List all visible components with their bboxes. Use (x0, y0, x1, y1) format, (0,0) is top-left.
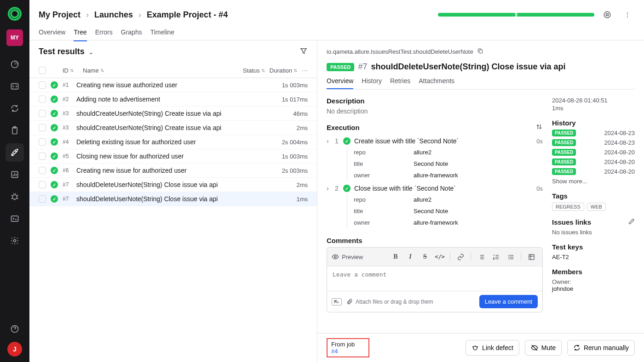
qualified-name: io.qameta.allure.IssuesRestTest.shouldDe… (327, 48, 473, 55)
nav-terminal-icon[interactable] (6, 209, 24, 228)
table-row[interactable]: #3shouldCreateUserNote(String) Create is… (29, 107, 317, 121)
chevron-right-icon: › (86, 10, 89, 20)
nav-settings-icon[interactable] (6, 232, 24, 250)
job-link[interactable]: #4 (331, 348, 338, 355)
status-badge: PASSED (552, 168, 576, 175)
checklist-icon[interactable] (504, 251, 517, 263)
row-checkbox[interactable] (39, 81, 46, 89)
ul-icon[interactable] (475, 251, 488, 263)
table-icon[interactable] (525, 251, 538, 263)
nav-chart-icon[interactable] (6, 165, 24, 184)
col-name[interactable]: Name⇅ (83, 67, 238, 74)
breadcrumb-launches[interactable]: Launches (94, 10, 133, 20)
row-name: shouldDeleteUserNote(String) Close issue… (76, 181, 292, 188)
check-icon (51, 96, 58, 103)
stop-icon[interactable] (600, 7, 615, 22)
copy-icon[interactable] (477, 48, 483, 56)
history-row[interactable]: PASSED2024-08-20 (552, 158, 635, 165)
more-horiz-icon[interactable]: ⋯ (302, 67, 308, 74)
code-icon[interactable]: </> (433, 251, 446, 263)
tab-graphs[interactable]: Graphs (121, 28, 142, 41)
row-checkbox[interactable] (39, 195, 46, 203)
row-checkbox[interactable] (39, 96, 46, 103)
table-row[interactable]: #4Deleting existing issue for authorized… (29, 135, 317, 149)
mute-button[interactable]: Mute (525, 340, 562, 356)
chevron-right-icon[interactable]: › (327, 137, 331, 145)
history-row[interactable]: PASSED2024-08-20 (552, 168, 635, 175)
nav-dashboard-icon[interactable] (6, 55, 24, 74)
attach-button[interactable]: Attach files or drag & drop them (346, 299, 433, 305)
col-duration[interactable]: Duration⇅ (270, 67, 297, 74)
col-id[interactable]: ID⇅ (63, 67, 78, 74)
tab-overview[interactable]: Overview (39, 28, 65, 41)
tab-tree[interactable]: Tree (74, 28, 86, 41)
table-row[interactable]: #7shouldDeleteUserNote(String) Close iss… (29, 178, 317, 192)
view-tabs: Overview Tree Errors Graphs Timeline (39, 28, 635, 41)
row-checkbox[interactable] (39, 167, 46, 174)
table-row[interactable]: #6Creating new issue for authorized user… (29, 164, 317, 178)
tag[interactable]: WEB (587, 203, 606, 211)
project-badge[interactable]: MY (6, 29, 23, 46)
strike-icon[interactable]: S (419, 251, 431, 263)
tab-errors[interactable]: Errors (95, 28, 113, 41)
history-row[interactable]: PASSED2024-08-23 (552, 139, 635, 146)
dtab-retries[interactable]: Retries (390, 77, 410, 89)
rerun-button[interactable]: Rerun manually (567, 340, 635, 356)
markdown-icon[interactable]: M↓ (332, 298, 342, 305)
dtab-overview[interactable]: Overview (327, 77, 353, 89)
row-checkbox[interactable] (39, 181, 46, 188)
ol-icon[interactable] (489, 251, 502, 263)
dtab-history[interactable]: History (362, 77, 382, 89)
row-checkbox[interactable] (39, 153, 46, 160)
select-all-checkbox[interactable] (39, 67, 46, 74)
table-row[interactable]: #1Creating new issue authorized user1s 0… (29, 78, 317, 92)
table-row[interactable]: #3shouldCreateUserNote(String) Create is… (29, 121, 317, 135)
table-row[interactable]: #7shouldDeleteUserNote(String) Close iss… (29, 192, 317, 206)
nav-rocket-icon[interactable] (6, 143, 24, 162)
tab-timeline[interactable]: Timeline (150, 28, 174, 41)
breadcrumb-proj[interactable]: My Project (39, 10, 80, 20)
row-checkbox[interactable] (39, 138, 46, 146)
filter-icon[interactable] (299, 47, 308, 57)
row-checkbox[interactable] (39, 124, 46, 131)
test-number: #7 (358, 62, 367, 72)
chevron-right-icon[interactable]: › (327, 185, 331, 192)
user-avatar[interactable]: J (7, 342, 22, 356)
row-checkbox[interactable] (39, 110, 46, 117)
show-more-link[interactable]: Show more... (552, 178, 635, 185)
leave-comment-button[interactable]: Leave a comment (479, 295, 538, 308)
italic-icon[interactable]: I (404, 251, 417, 263)
link-defect-button[interactable]: Link defect (466, 340, 519, 356)
param-key: owner (354, 219, 414, 226)
check-icon (343, 137, 351, 145)
app-logo[interactable] (6, 6, 23, 22)
row-id: #7 (63, 181, 72, 188)
breadcrumb-current: Example Project - #4 (147, 10, 228, 20)
step-row[interactable]: ›2Close issue with title `Second Note`0s (327, 183, 543, 194)
col-status[interactable]: Status⇅ (243, 67, 265, 74)
status-badge: PASSED (552, 158, 576, 165)
edit-icon[interactable] (628, 218, 635, 226)
more-vert-icon[interactable]: ⋮ (620, 7, 635, 22)
nav-bug-icon[interactable] (6, 187, 24, 206)
table-row[interactable]: #5Closing new issue for authorized user1… (29, 149, 317, 164)
comment-input[interactable] (327, 266, 542, 289)
nav-code-icon[interactable] (6, 77, 24, 96)
nav-clipboard-icon[interactable] (6, 121, 24, 140)
row-duration: 1ms (296, 196, 308, 203)
table-row[interactable]: #2Adding note to advertisement1s 017ms (29, 92, 317, 107)
nav-refresh-icon[interactable] (6, 99, 24, 118)
link-icon[interactable] (454, 251, 467, 263)
history-row[interactable]: PASSED2024-08-20 (552, 149, 635, 156)
breadcrumb: My Project › Launches › Example Project … (39, 10, 432, 20)
step-row[interactable]: ›1Create issue with title `Second Note`0… (327, 136, 543, 147)
preview-button[interactable]: Preview (332, 253, 363, 260)
tag[interactable]: REGRESS (552, 203, 584, 211)
nav-help-icon[interactable] (6, 320, 24, 338)
chevron-down-icon[interactable]: ⌄ (88, 48, 94, 56)
compare-icon[interactable] (535, 123, 543, 132)
row-duration: 1s 003ms (282, 82, 308, 89)
history-row[interactable]: PASSED2024-08-23 (552, 130, 635, 136)
dtab-attachments[interactable]: Attachments (419, 77, 454, 89)
bold-icon[interactable]: B (389, 251, 402, 263)
